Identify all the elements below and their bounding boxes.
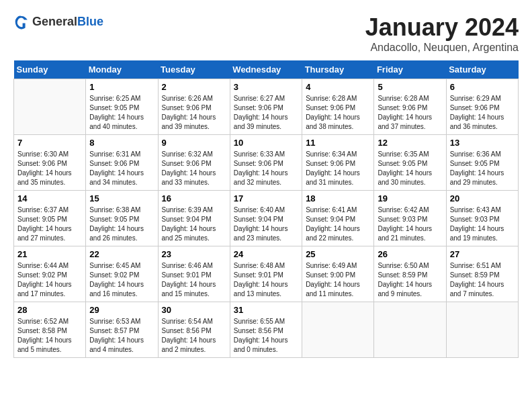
day-number: 12	[378, 138, 442, 148]
day-number: 1	[89, 82, 154, 92]
calendar-cell: 24Sunrise: 6:48 AMSunset: 9:01 PMDayligh…	[230, 246, 302, 302]
day-info: Sunrise: 6:39 AMSunset: 9:04 PMDaylight:…	[162, 205, 226, 243]
day-number: 8	[89, 138, 154, 148]
day-number: 10	[234, 138, 298, 148]
subtitle: Andacollo, Neuquen, Argentina	[365, 42, 519, 54]
day-info: Sunrise: 6:49 AMSunset: 9:00 PMDaylight:…	[306, 261, 370, 299]
calendar-cell: 22Sunrise: 6:45 AMSunset: 9:02 PMDayligh…	[86, 246, 158, 302]
page-header: GeneralBlue January 2024 Andacollo, Neuq…	[13, 13, 519, 54]
day-number: 30	[162, 305, 226, 315]
calendar-cell: 20Sunrise: 6:43 AMSunset: 9:03 PMDayligh…	[446, 191, 518, 246]
day-number: 27	[450, 249, 515, 259]
logo-text: GeneralBlue	[32, 15, 103, 29]
calendar-week-row: 14Sunrise: 6:37 AMSunset: 9:05 PMDayligh…	[14, 191, 519, 246]
day-info: Sunrise: 6:50 AMSunset: 8:59 PMDaylight:…	[378, 261, 442, 299]
day-number: 15	[89, 193, 154, 203]
calendar-cell: 28Sunrise: 6:52 AMSunset: 8:58 PMDayligh…	[14, 302, 86, 358]
calendar-cell: 25Sunrise: 6:49 AMSunset: 9:00 PMDayligh…	[302, 246, 374, 302]
calendar-table: SundayMondayTuesdayWednesdayThursdayFrid…	[13, 60, 519, 358]
day-info: Sunrise: 6:41 AMSunset: 9:04 PMDaylight:…	[306, 205, 370, 243]
day-number: 17	[234, 193, 298, 203]
calendar-cell: 14Sunrise: 6:37 AMSunset: 9:05 PMDayligh…	[14, 191, 86, 246]
calendar-cell	[302, 302, 374, 358]
calendar-cell: 6Sunrise: 6:29 AMSunset: 9:06 PMDaylight…	[446, 79, 518, 135]
main-title: January 2024	[365, 13, 519, 42]
calendar-cell: 27Sunrise: 6:51 AMSunset: 8:59 PMDayligh…	[446, 246, 518, 302]
day-info: Sunrise: 6:28 AMSunset: 9:06 PMDaylight:…	[306, 94, 370, 132]
day-number: 21	[17, 249, 82, 259]
day-info: Sunrise: 6:55 AMSunset: 8:56 PMDaylight:…	[234, 317, 298, 355]
day-info: Sunrise: 6:32 AMSunset: 9:06 PMDaylight:…	[162, 150, 226, 187]
day-number: 5	[378, 82, 442, 92]
day-number: 22	[89, 249, 154, 259]
calendar-week-row: 7Sunrise: 6:30 AMSunset: 9:06 PMDaylight…	[14, 135, 519, 191]
day-info: Sunrise: 6:33 AMSunset: 9:06 PMDaylight:…	[234, 150, 298, 187]
calendar-cell: 10Sunrise: 6:33 AMSunset: 9:06 PMDayligh…	[230, 135, 302, 191]
weekday-header-wednesday: Wednesday	[230, 60, 302, 79]
logo-blue: Blue	[77, 15, 103, 28]
day-info: Sunrise: 6:45 AMSunset: 9:02 PMDaylight:…	[89, 261, 154, 299]
calendar-cell: 17Sunrise: 6:40 AMSunset: 9:04 PMDayligh…	[230, 191, 302, 246]
weekday-header-thursday: Thursday	[302, 60, 374, 79]
day-number: 28	[17, 305, 82, 315]
weekday-header-tuesday: Tuesday	[158, 60, 230, 79]
day-number: 25	[306, 249, 370, 259]
calendar-cell: 12Sunrise: 6:35 AMSunset: 9:05 PMDayligh…	[374, 135, 446, 191]
day-info: Sunrise: 6:44 AMSunset: 9:02 PMDaylight:…	[17, 261, 82, 299]
calendar-cell: 9Sunrise: 6:32 AMSunset: 9:06 PMDaylight…	[158, 135, 230, 191]
day-number: 2	[162, 82, 226, 92]
weekday-header-monday: Monday	[86, 60, 158, 79]
calendar-cell: 18Sunrise: 6:41 AMSunset: 9:04 PMDayligh…	[302, 191, 374, 246]
day-number: 26	[378, 249, 442, 259]
day-info: Sunrise: 6:27 AMSunset: 9:06 PMDaylight:…	[234, 94, 298, 132]
day-info: Sunrise: 6:30 AMSunset: 9:06 PMDaylight:…	[17, 150, 82, 187]
calendar-cell	[446, 302, 518, 358]
calendar-cell: 23Sunrise: 6:46 AMSunset: 9:01 PMDayligh…	[158, 246, 230, 302]
day-info: Sunrise: 6:42 AMSunset: 9:03 PMDaylight:…	[378, 205, 442, 243]
calendar-cell: 15Sunrise: 6:38 AMSunset: 9:05 PMDayligh…	[86, 191, 158, 246]
calendar-cell: 8Sunrise: 6:31 AMSunset: 9:06 PMDaylight…	[86, 135, 158, 191]
day-number: 29	[89, 305, 154, 315]
day-info: Sunrise: 6:40 AMSunset: 9:04 PMDaylight:…	[234, 205, 298, 243]
day-number: 13	[450, 138, 515, 148]
calendar-cell: 19Sunrise: 6:42 AMSunset: 9:03 PMDayligh…	[374, 191, 446, 246]
day-info: Sunrise: 6:28 AMSunset: 9:06 PMDaylight:…	[378, 94, 442, 132]
calendar-cell: 13Sunrise: 6:36 AMSunset: 9:05 PMDayligh…	[446, 135, 518, 191]
day-info: Sunrise: 6:46 AMSunset: 9:01 PMDaylight:…	[162, 261, 226, 299]
calendar-cell: 4Sunrise: 6:28 AMSunset: 9:06 PMDaylight…	[302, 79, 374, 135]
logo: GeneralBlue	[13, 13, 103, 30]
day-number: 4	[306, 82, 370, 92]
weekday-header-friday: Friday	[374, 60, 446, 79]
day-info: Sunrise: 6:48 AMSunset: 9:01 PMDaylight:…	[234, 261, 298, 299]
logo-icon	[13, 13, 30, 30]
calendar-cell: 3Sunrise: 6:27 AMSunset: 9:06 PMDaylight…	[230, 79, 302, 135]
calendar-week-row: 21Sunrise: 6:44 AMSunset: 9:02 PMDayligh…	[14, 246, 519, 302]
calendar-week-row: 28Sunrise: 6:52 AMSunset: 8:58 PMDayligh…	[14, 302, 519, 358]
calendar-week-row: 1Sunrise: 6:25 AMSunset: 9:05 PMDaylight…	[14, 79, 519, 135]
calendar-cell: 21Sunrise: 6:44 AMSunset: 9:02 PMDayligh…	[14, 246, 86, 302]
day-number: 18	[306, 193, 370, 203]
calendar-cell: 2Sunrise: 6:26 AMSunset: 9:06 PMDaylight…	[158, 79, 230, 135]
day-info: Sunrise: 6:36 AMSunset: 9:05 PMDaylight:…	[450, 150, 515, 187]
day-number: 11	[306, 138, 370, 148]
day-info: Sunrise: 6:34 AMSunset: 9:06 PMDaylight:…	[306, 150, 370, 187]
calendar-cell	[14, 79, 86, 135]
weekday-header-saturday: Saturday	[446, 60, 518, 79]
day-number: 23	[162, 249, 226, 259]
day-number: 20	[450, 193, 515, 203]
weekday-header-sunday: Sunday	[14, 60, 86, 79]
calendar-cell: 26Sunrise: 6:50 AMSunset: 8:59 PMDayligh…	[374, 246, 446, 302]
day-info: Sunrise: 6:25 AMSunset: 9:05 PMDaylight:…	[89, 94, 154, 132]
calendar-cell: 5Sunrise: 6:28 AMSunset: 9:06 PMDaylight…	[374, 79, 446, 135]
day-number: 7	[17, 138, 82, 148]
day-number: 9	[162, 138, 226, 148]
day-info: Sunrise: 6:38 AMSunset: 9:05 PMDaylight:…	[89, 205, 154, 243]
day-number: 31	[234, 305, 298, 315]
day-info: Sunrise: 6:26 AMSunset: 9:06 PMDaylight:…	[162, 94, 226, 132]
calendar-cell: 1Sunrise: 6:25 AMSunset: 9:05 PMDaylight…	[86, 79, 158, 135]
calendar-cell: 16Sunrise: 6:39 AMSunset: 9:04 PMDayligh…	[158, 191, 230, 246]
day-number: 3	[234, 82, 298, 92]
day-number: 14	[17, 193, 82, 203]
day-info: Sunrise: 6:43 AMSunset: 9:03 PMDaylight:…	[450, 205, 515, 243]
day-info: Sunrise: 6:51 AMSunset: 8:59 PMDaylight:…	[450, 261, 515, 299]
